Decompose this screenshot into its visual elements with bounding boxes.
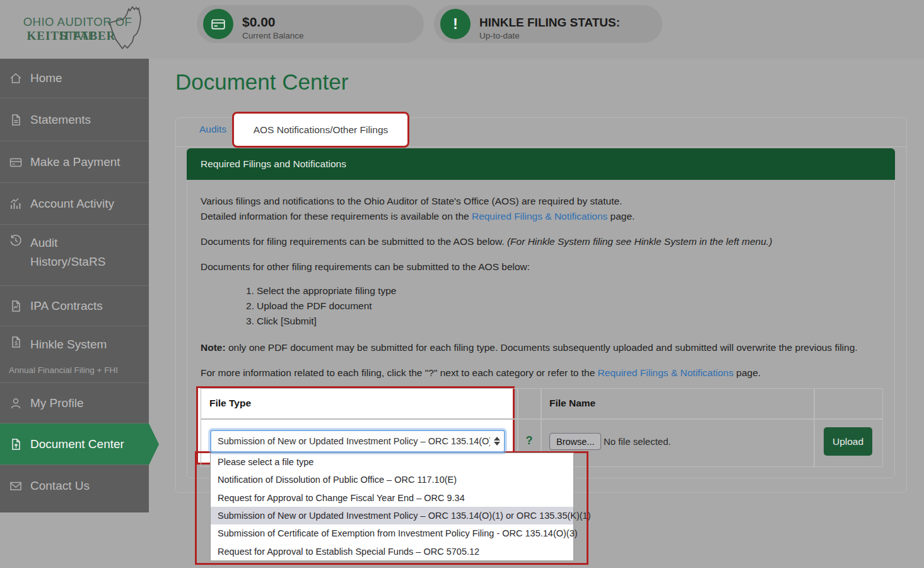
dropdown-option[interactable]: Request for Approval to Change Fiscal Ye… <box>211 489 573 507</box>
sidebar-item-label: Statements <box>30 113 91 127</box>
sidebar-item-sublabel: Annual Financial Filing + FHI <box>9 365 118 375</box>
payment-card-icon <box>9 155 23 169</box>
paragraph-statute: Various filings and notifications to the… <box>201 196 622 207</box>
file-type-select-value: Submission of New or Updated Investment … <box>211 436 490 446</box>
panel-header: Required Filings and Notifications <box>187 148 895 180</box>
required-filings-link[interactable]: Required Filings & Notifications <box>472 211 607 222</box>
panel-header-title: Required Filings and Notifications <box>201 158 346 170</box>
sidebar-item-my-profile[interactable]: My Profile <box>0 382 149 423</box>
sidebar-item-home[interactable]: Home <box>0 59 149 98</box>
contract-doc-icon <box>9 299 23 313</box>
sidebar-item-label: Hinkle System <box>30 335 107 354</box>
app-window: OHIO AUDITOR OF STATE KEITH FABER $0.00 … <box>0 0 924 568</box>
help-question-icon[interactable]: ? <box>520 434 539 447</box>
sidebar-item-hinkle-system[interactable]: $ Hinkle System Annual Financial Filing … <box>0 326 149 382</box>
file-type-dropdown-list: Please select a file type Notification o… <box>210 453 574 561</box>
current-balance-badge: $0.00 Current Balance <box>197 5 424 43</box>
dropdown-option[interactable]: Please select a file type <box>211 453 573 471</box>
action-header-cell <box>814 388 883 419</box>
sidebar-item-document-center[interactable]: Document Center <box>0 423 149 464</box>
select-updown-arrow-icon <box>490 437 504 446</box>
sidebar-item-ipa-contracts[interactable]: IPA Contracts <box>0 285 149 326</box>
dollar-doc-icon: $ <box>9 335 23 349</box>
document-upload-icon <box>9 437 23 451</box>
required-filings-link-2[interactable]: Required Filings & Notifications <box>598 367 734 378</box>
paragraph-filing-requirements: Documents for filing requirements can be… <box>201 236 772 247</box>
sidebar-item-label: Account Activity <box>30 197 114 211</box>
step-1: 1.Select the appropriate filing type <box>227 285 396 300</box>
dropdown-option-highlighted[interactable]: Submission of New or Updated Investment … <box>211 507 573 524</box>
hinkle-status-value: Up-to-date <box>479 31 520 40</box>
exclamation-icon: ! <box>440 9 471 39</box>
no-file-selected-text: No file selected. <box>604 436 671 447</box>
sidebar-nav: Home Statements Make a Payment Account A… <box>0 59 149 512</box>
step-3: 3.Click [Submit] <box>227 316 396 331</box>
envelope-icon <box>9 479 23 493</box>
filing-steps-list: 1.Select the appropriate filing type 2.U… <box>227 285 396 331</box>
paragraph-other-filings: Documents for other filing requirements … <box>201 261 530 273</box>
tab-audits[interactable]: Audits <box>199 124 226 135</box>
browse-button[interactable]: Browse... <box>549 433 601 450</box>
paragraph-detailed-info: Detailed information for these requireme… <box>201 211 635 222</box>
file-type-select[interactable]: Submission of New or Updated Investment … <box>210 430 505 453</box>
activity-chart-icon <box>9 197 23 211</box>
upload-button[interactable]: Upload <box>824 427 872 456</box>
svg-text:$: $ <box>15 340 18 346</box>
hinkle-status-title: HINKLE FILING STATUS: <box>479 16 620 30</box>
aos-logo: OHIO AUDITOR OF STATE KEITH FABER <box>6 3 151 56</box>
balance-amount: $0.00 <box>242 15 276 30</box>
dropdown-option[interactable]: Notification of Dissolution of Public Of… <box>211 471 573 488</box>
sidebar-item-label: Home <box>30 71 62 85</box>
file-type-column-header: File Type <box>209 398 251 409</box>
note-label: Note: <box>201 342 226 353</box>
person-icon <box>9 396 23 410</box>
sidebar-item-label: My Profile <box>30 396 83 410</box>
sidebar-item-label: IPA Contracts <box>30 299 103 313</box>
sidebar-item-label: Make a Payment <box>30 155 120 169</box>
home-icon <box>9 71 23 85</box>
more-info-paragraph: For more information related to each fil… <box>201 367 761 379</box>
sidebar-item-label: Document Center <box>30 437 124 451</box>
sidebar-item-label: Audit History/StaRS <box>30 234 125 271</box>
tab-aos-label: AOS Notifications/Other Filings <box>254 124 389 136</box>
balance-label: Current Balance <box>242 31 304 40</box>
page-title: Document Center <box>175 69 348 95</box>
file-name-column-header: File Name <box>549 398 595 409</box>
hinkle-note-italic: (For Hinkle System filing see Hinkle Sys… <box>507 236 772 247</box>
tab-aos-notifications-highlighted[interactable]: AOS Notifications/Other Filings <box>232 112 409 148</box>
top-header: OHIO AUDITOR OF STATE KEITH FABER $0.00 … <box>0 0 924 59</box>
statements-icon <box>9 113 23 127</box>
note-paragraph: Note: only one PDF document may be submi… <box>201 342 858 353</box>
sidebar-item-statements[interactable]: Statements <box>0 98 149 141</box>
sidebar-item-audit-history-stars[interactable]: Audit History/StaRS <box>0 224 149 285</box>
dropdown-option[interactable]: Request for Approval to Establish Specia… <box>211 543 573 560</box>
help-header-cell <box>518 388 541 419</box>
sidebar-item-make-a-payment[interactable]: Make a Payment <box>0 141 149 182</box>
sidebar-item-account-activity[interactable]: Account Activity <box>0 182 149 224</box>
hinkle-status-badge: ! HINKLE FILING STATUS: Up-to-date <box>434 5 662 43</box>
step-2: 2.Upload the PDF document <box>227 300 396 316</box>
logo-text-line2: KEITH FABER <box>11 29 131 43</box>
credit-card-icon <box>203 9 233 39</box>
sidebar-item-contact-us[interactable]: Contact Us <box>0 464 149 506</box>
sidebar-item-label: Contact Us <box>30 479 90 493</box>
history-icon <box>9 234 23 247</box>
dropdown-option[interactable]: Submission of Certificate of Exemption f… <box>211 524 573 542</box>
